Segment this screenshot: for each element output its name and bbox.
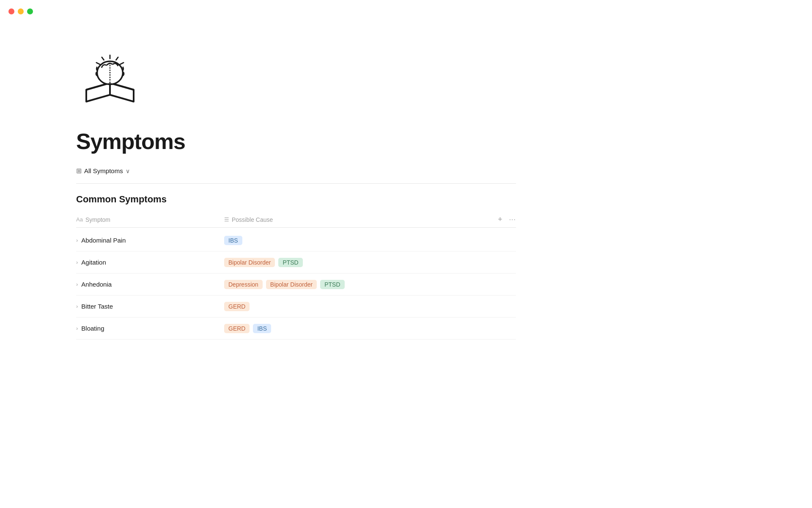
table-actions: + ··· <box>498 215 516 224</box>
page-title: Symptoms <box>76 129 516 154</box>
symptoms-table: ›Abdominal PainIBS›AgitationBipolar Diso… <box>76 229 516 340</box>
symptom-name: Agitation <box>81 259 106 266</box>
section-heading: Common Symptoms <box>76 194 516 205</box>
svg-line-5 <box>96 63 100 64</box>
table-header: Aa Symptom ☰ Possible Cause + ··· <box>76 212 516 228</box>
brain-icon <box>76 42 144 110</box>
add-column-button[interactable]: + <box>498 215 502 224</box>
view-selector-label: All Symptoms <box>84 167 123 174</box>
cause-header-label: Possible Cause <box>232 216 273 223</box>
tag-ibs[interactable]: IBS <box>224 236 242 245</box>
tag-ibs[interactable]: IBS <box>253 324 271 333</box>
row-expand-chevron[interactable]: › <box>76 325 78 331</box>
symptom-name: Abdominal Pain <box>81 237 126 244</box>
symptom-cell: ›Bloating <box>76 325 224 332</box>
symptom-name: Anhedonia <box>81 281 112 288</box>
section-divider <box>76 183 516 184</box>
svg-line-2 <box>116 57 118 60</box>
symptom-cell: ›Bitter Taste <box>76 303 224 310</box>
chevron-down-icon: ∨ <box>126 168 130 174</box>
symptom-header-label: Symptom <box>85 216 110 223</box>
tag-ptsd[interactable]: PTSD <box>320 280 344 289</box>
cause-cell: GERDIBS <box>224 324 482 333</box>
cause-column-header: ☰ Possible Cause <box>224 216 498 223</box>
traffic-lights <box>8 8 33 14</box>
view-selector[interactable]: ⊞ All Symptoms ∨ <box>76 167 130 175</box>
symptom-column-header: Aa Symptom <box>76 216 224 223</box>
grid-icon: ⊞ <box>76 167 82 175</box>
main-content: Symptoms ⊞ All Symptoms ∨ Common Symptom… <box>0 0 592 373</box>
table-row: ›AnhedoniaDepressionBipolar DisorderPTSD <box>76 273 516 295</box>
table-row: ›Bitter TasteGERD <box>76 295 516 318</box>
table-row: ›Abdominal PainIBS <box>76 229 516 251</box>
svg-line-4 <box>102 57 104 60</box>
row-expand-chevron[interactable]: › <box>76 281 78 287</box>
svg-line-3 <box>120 63 123 64</box>
text-icon: Aa <box>76 216 83 223</box>
traffic-light-green[interactable] <box>27 8 33 14</box>
table-row: ›AgitationBipolar DisorderPTSD <box>76 251 516 273</box>
cause-cell: DepressionBipolar DisorderPTSD <box>224 280 482 289</box>
traffic-light-yellow[interactable] <box>18 8 24 14</box>
symptom-cell: ›Anhedonia <box>76 281 224 288</box>
list-icon: ☰ <box>224 216 229 223</box>
tag-gerd[interactable]: GERD <box>224 324 250 333</box>
tag-ptsd[interactable]: PTSD <box>278 258 302 267</box>
brain-icon-container <box>76 42 516 112</box>
traffic-light-red[interactable] <box>8 8 14 14</box>
row-expand-chevron[interactable]: › <box>76 237 78 243</box>
table-row: ›BloatingGERDIBS <box>76 318 516 340</box>
symptom-name: Bitter Taste <box>81 303 113 310</box>
symptom-cell: ›Abdominal Pain <box>76 237 224 244</box>
cause-cell: Bipolar DisorderPTSD <box>224 258 482 267</box>
cause-cell: IBS <box>224 236 482 245</box>
cause-cell: GERD <box>224 302 482 311</box>
row-expand-chevron[interactable]: › <box>76 259 78 265</box>
tag-bipolar[interactable]: Bipolar Disorder <box>224 258 275 267</box>
row-expand-chevron[interactable]: › <box>76 303 78 309</box>
more-options-button[interactable]: ··· <box>509 216 516 224</box>
tag-gerd[interactable]: GERD <box>224 302 250 311</box>
tag-depression[interactable]: Depression <box>224 280 263 289</box>
symptom-cell: ›Agitation <box>76 259 224 266</box>
tag-bipolar[interactable]: Bipolar Disorder <box>266 280 317 289</box>
symptom-name: Bloating <box>81 325 104 332</box>
